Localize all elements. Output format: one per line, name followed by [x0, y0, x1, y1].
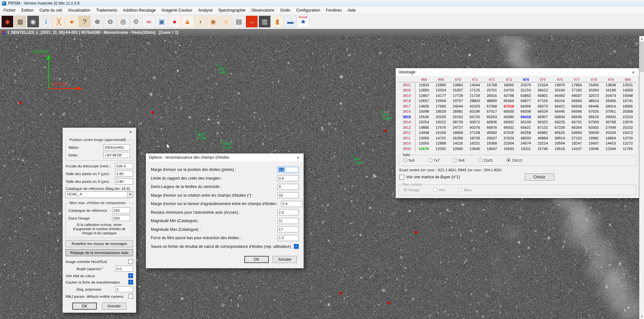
ring-icon[interactable]: ○	[220, 15, 232, 28]
cone-icon[interactable]: ▲	[181, 15, 194, 28]
focale-input[interactable]: 536.0	[115, 163, 133, 169]
delta-input[interactable]: +30°48'28"	[103, 152, 130, 158]
alpha-input[interactable]: 20h51m40s	[103, 144, 130, 150]
catalog-count-input[interactable]: 250	[112, 207, 130, 213]
menu-item-traitements[interactable]: Traitements	[93, 7, 120, 14]
cell-478-3813: 50302	[585, 125, 602, 130]
dome-icon[interactable]: ◖	[194, 15, 206, 28]
ok-button[interactable]: OK	[72, 303, 97, 310]
chevron-down-icon[interactable]: ▼	[127, 192, 133, 198]
choisir-button[interactable]: Choisir	[525, 174, 554, 181]
option-input[interactable]: 0.9	[277, 175, 299, 181]
ok-button[interactable]: OK	[244, 256, 269, 263]
vertical-scrollbar[interactable]: ▲ ▼	[639, 36, 644, 319]
comet-icon[interactable]: ●	[66, 15, 78, 28]
menu-item-aide[interactable]: Aide	[345, 7, 358, 14]
menu-item-carte-du-ciel[interactable]: Carte du ciel	[37, 7, 65, 14]
gears-icon[interactable]: ⚙	[130, 15, 142, 28]
radio-11x11[interactable]: 11x11	[478, 158, 493, 162]
polynome-degree-input[interactable]: 2	[115, 286, 133, 292]
menu-item-edition[interactable]: Edition	[19, 7, 37, 14]
menu-item-addition-recalage[interactable]: Addition-Recalage	[120, 7, 159, 14]
radio-5x5[interactable]: 5x5	[403, 158, 415, 162]
options-dialog-titlebar[interactable]: Options : reconnaissance des champs d'ét…	[146, 154, 304, 161]
cell-480-3812: 16472	[619, 130, 636, 136]
view-calc-state-checkbox[interactable]: ✓	[128, 273, 133, 278]
save-result-checkbox[interactable]: ✓	[294, 244, 299, 249]
option-input[interactable]: 0.9	[281, 201, 302, 207]
maj-camera-header-checkbox[interactable]	[128, 294, 133, 299]
option-input[interactable]: 0.8	[277, 167, 299, 173]
menu-item-fichier[interactable]: Fichier	[1, 7, 19, 14]
row-header-3813: 3813	[398, 125, 415, 130]
row-header-3812: 3812	[398, 130, 415, 136]
cell-469-3813: 17676	[432, 125, 449, 130]
help-icon[interactable]: ?	[78, 15, 91, 28]
thermometer-icon[interactable]: ▮	[271, 15, 284, 28]
film-icon[interactable]: ▤	[233, 15, 245, 28]
option-input[interactable]: 17	[277, 226, 299, 232]
histogram-icon[interactable]: ▥	[259, 15, 271, 28]
table-row: 3819128671417717729217292891642798638826…	[398, 93, 636, 99]
cell-468-3821: 11833	[415, 82, 432, 88]
radio-7x7[interactable]: 7x7	[428, 158, 440, 162]
menu-item-outils[interactable]: Outils	[277, 7, 293, 14]
menu-item-imagerie-couleur[interactable]: Imagerie Couleur	[159, 7, 195, 14]
astrometry-dialog-titlebar[interactable]: ×	[63, 128, 136, 136]
radio-vert[interactable]: Vert	[433, 188, 445, 192]
camera-icon[interactable]: ◉	[27, 15, 39, 28]
device-icon[interactable]: ▬	[284, 15, 296, 28]
scroll-down-icon[interactable]: ▼	[639, 314, 644, 319]
cancel-button[interactable]: Annuler	[273, 256, 297, 263]
zoom-window-icon[interactable]: ◎	[117, 15, 129, 28]
menu-item-spectrographie[interactable]: Spectrographie	[215, 7, 249, 14]
red-arrow-icon[interactable]: →	[246, 15, 258, 28]
option-input[interactable]: 10	[277, 192, 299, 198]
option-input[interactable]: 2.5	[277, 209, 299, 215]
tools-icon[interactable]: ╳	[53, 15, 65, 28]
menu-item-visualisation[interactable]: Visualisation	[65, 7, 93, 14]
angle-input[interactable]: 0.0	[115, 266, 133, 272]
north-south-checkbox[interactable]	[128, 259, 133, 264]
menu-item-configuration[interactable]: Configuration	[293, 7, 323, 14]
red-planet-icon[interactable]: ●	[168, 15, 181, 28]
scroll-up-icon[interactable]: ▲	[639, 36, 644, 41]
option-input[interactable]: 9	[277, 184, 299, 190]
menu-item-observatoire[interactable]: Observatoire	[249, 7, 277, 14]
close-icon[interactable]: ×	[125, 128, 136, 136]
menu-item-analyse[interactable]: Analyse	[195, 7, 215, 14]
pixel-y-input[interactable]: 3.80	[115, 171, 133, 177]
auto-recognition-settings-button[interactable]: Réglage de la reconnaissance auto	[66, 249, 133, 256]
image-icon[interactable]: ▣	[156, 15, 168, 28]
bayer-checkbox[interactable]	[399, 175, 404, 180]
app-logo-icon[interactable]: ◆	[1, 15, 14, 28]
col-header-471: 471	[466, 77, 483, 82]
menu-item-fen-tres[interactable]: Fenêtres	[323, 7, 345, 14]
scrollbar-thumb[interactable]	[640, 42, 644, 72]
close-icon[interactable]: ×	[293, 154, 304, 161]
zoom-window-icon-glyph: ◎	[120, 18, 126, 25]
messages-level-button[interactable]: Redefinir les niveau de messages	[66, 240, 133, 247]
radio-rouge[interactable]: Rouge	[403, 188, 420, 192]
radio-9x9[interactable]: 9x9	[453, 158, 465, 162]
hide-transform-checkbox[interactable]: ✓	[128, 280, 133, 285]
catalog-select[interactable]: UCAC_4 ▼	[66, 191, 133, 198]
pixel-x-input[interactable]: 3.80	[115, 178, 133, 184]
radio-bleu[interactable]: Bleu	[458, 188, 471, 192]
focus-icon[interactable]: ★FOCUS	[297, 15, 309, 28]
image-count-input[interactable]: 250	[112, 215, 130, 221]
stereo-glasses-icon[interactable]: ∞	[143, 15, 155, 28]
cell-473-3821: 18065	[500, 82, 517, 88]
cell-474-3811: 48300	[517, 136, 534, 141]
cancel-button[interactable]: Annuler	[102, 303, 126, 310]
zoom-in-icon[interactable]: ⊕	[91, 15, 104, 28]
sphere-icon[interactable]: ◉	[207, 15, 219, 28]
option-input[interactable]: 1.5	[277, 235, 299, 241]
voisinage-dialog-titlebar[interactable]: Voisinage ×	[396, 68, 639, 76]
info-icon[interactable]: i	[40, 15, 52, 28]
option-input[interactable]: 11	[277, 218, 299, 224]
save-icon[interactable]: ▦	[14, 15, 26, 28]
radio-13x13[interactable]: 13x13	[506, 158, 522, 162]
zoom-out-icon[interactable]: ⊖	[104, 15, 116, 28]
close-icon[interactable]: ×	[628, 68, 639, 76]
